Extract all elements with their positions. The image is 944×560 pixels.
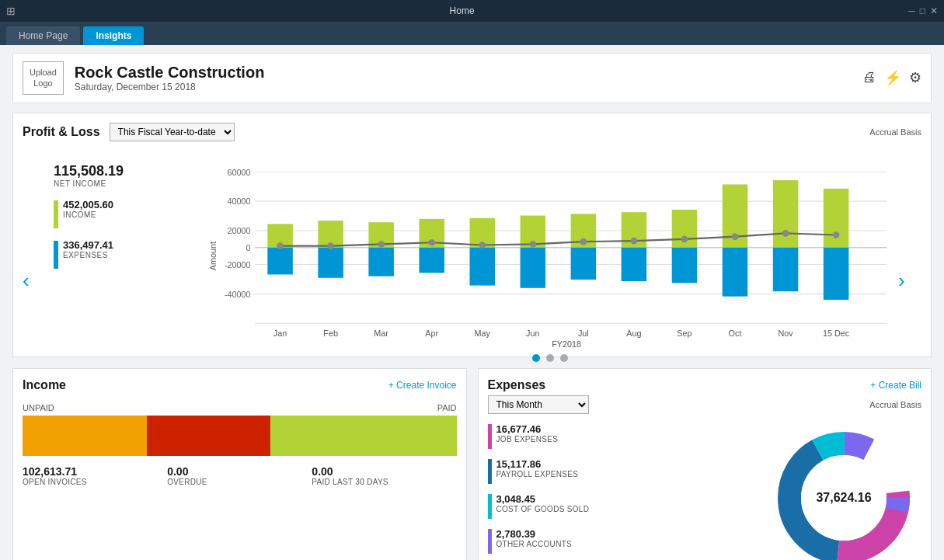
- job-expense-value: 16,677.46: [496, 423, 559, 435]
- svg-text:May: May: [475, 328, 491, 337]
- overdue-value: 0.00: [167, 465, 312, 478]
- pl-income-row: 452,005.60 INCOME: [54, 199, 193, 228]
- pl-nav-right-arrow[interactable]: ›: [898, 268, 905, 292]
- unpaid-header-label: UNPAID: [23, 403, 54, 412]
- svg-point-40: [378, 241, 385, 248]
- pl-income-value: 452,005.60: [63, 199, 113, 210]
- svg-point-44: [580, 238, 587, 245]
- expense-item-cogs: 3,048.45 COST OF GOODS SOLD: [488, 493, 756, 519]
- close-button[interactable]: ✕: [930, 5, 938, 16]
- svg-rect-29: [622, 247, 647, 280]
- svg-text:Feb: Feb: [323, 328, 338, 337]
- create-bill-link[interactable]: + Create Bill: [870, 380, 921, 391]
- svg-text:15 Dec: 15 Dec: [823, 328, 850, 337]
- open-invoices-label: OPEN INVOICES: [23, 478, 167, 486]
- chart-dot-2[interactable]: [546, 354, 554, 362]
- profit-loss-section: Profit & Loss This Fiscal Year-to-date T…: [12, 113, 932, 358]
- cogs-expense-label: COST OF GOODS SOLD: [496, 505, 590, 513]
- expense-color-bar: [54, 241, 58, 269]
- income-bars: [23, 416, 457, 456]
- expense-item-payroll: 15,117.86 PAYROLL EXPENSES: [488, 458, 756, 484]
- expenses-list: 16,677.46 JOB EXPENSES 15,117.86 PAYROLL…: [488, 420, 756, 560]
- paid-last-stat: 0.00 PAID LAST 30 DAYS: [312, 465, 456, 486]
- print-icon[interactable]: 🖨: [862, 69, 876, 86]
- tab-home-page[interactable]: Home Page: [6, 26, 80, 45]
- job-expense-label: JOB EXPENSES: [496, 435, 559, 443]
- svg-text:40000: 40000: [228, 197, 251, 206]
- company-header: UploadLogo Rock Castle Construction Satu…: [12, 53, 932, 103]
- paid-last-value: 0.00: [312, 465, 456, 478]
- svg-point-43: [529, 241, 536, 248]
- svg-text:Nov: Nov: [778, 328, 793, 337]
- header-icons: 🖨 ⚡ ⚙: [862, 69, 921, 86]
- other-expense-value: 2,780.39: [496, 528, 573, 540]
- minimize-button[interactable]: ─: [908, 5, 915, 16]
- svg-point-48: [782, 230, 789, 237]
- window-icon: ⊞: [6, 5, 16, 17]
- svg-text:Apr: Apr: [425, 328, 438, 337]
- svg-rect-15: [267, 247, 293, 274]
- paid-last-label: PAID LAST 30 DAYS: [312, 478, 456, 486]
- expenses-accrual-label: Accrual Basis: [869, 400, 921, 409]
- chart-dot-1[interactable]: [532, 354, 540, 362]
- income-header: Income + Create Invoice: [23, 378, 457, 392]
- svg-text:Jan: Jan: [273, 328, 287, 337]
- open-invoices-value: 102,613.71: [23, 465, 167, 478]
- svg-text:Mar: Mar: [374, 328, 388, 337]
- paid-header-label: PAID: [437, 403, 457, 412]
- svg-rect-37: [824, 247, 849, 299]
- svg-text:Sep: Sep: [677, 328, 691, 337]
- pl-net-income-label: NET INCOME: [54, 179, 193, 188]
- bar-overdue: [147, 416, 271, 456]
- svg-rect-35: [773, 247, 799, 290]
- svg-rect-33: [723, 247, 748, 296]
- company-name: Rock Castle Construction: [75, 64, 862, 82]
- settings-icon[interactable]: ⚙: [909, 69, 921, 86]
- company-info: Rock Castle Construction Saturday, Decem…: [75, 64, 862, 92]
- chart-dot-indicators: [204, 354, 895, 362]
- pl-income-label: INCOME: [63, 210, 113, 219]
- main-content: UploadLogo Rock Castle Construction Satu…: [0, 45, 944, 560]
- chart-dot-3[interactable]: [560, 354, 568, 362]
- expenses-filter[interactable]: This Month Last Month This Quarter This …: [488, 395, 589, 414]
- tab-bar: Home Page Insights: [0, 22, 944, 45]
- bar-unpaid: [23, 416, 147, 456]
- create-invoice-link[interactable]: + Create Invoice: [388, 380, 457, 391]
- pl-expense-row: 336,497.41 EXPENSES: [54, 239, 193, 269]
- svg-text:Aug: Aug: [626, 328, 641, 337]
- donut-center-value: 37,624.16: [816, 491, 871, 505]
- svg-point-47: [732, 233, 739, 240]
- cogs-expense-bar: [488, 494, 492, 519]
- svg-text:-40000: -40000: [225, 289, 251, 298]
- expenses-filter-row: This Month Last Month This Quarter This …: [488, 395, 922, 414]
- svg-rect-34: [773, 180, 799, 248]
- svg-point-41: [428, 239, 435, 246]
- pl-chart-area: 60000 40000 20000 0 -20000 -40000 Amount: [201, 148, 898, 348]
- zap-icon[interactable]: ⚡: [884, 69, 901, 86]
- profit-loss-filter[interactable]: This Fiscal Year-to-date This Month Last…: [110, 123, 235, 141]
- pl-expenses-value: 336,497.41: [63, 239, 113, 251]
- expenses-title: Expenses: [488, 378, 871, 392]
- upload-logo-button[interactable]: UploadLogo: [23, 61, 64, 95]
- pl-nav-left-arrow[interactable]: ‹: [23, 268, 30, 292]
- profit-loss-header: Profit & Loss This Fiscal Year-to-date T…: [23, 123, 921, 141]
- svg-rect-27: [571, 247, 597, 279]
- tab-insights[interactable]: Insights: [83, 26, 144, 45]
- donut-chart-container: 37,624.16: [766, 420, 921, 560]
- bottom-sections: Income + Create Invoice UNPAID PAID 102,…: [12, 368, 932, 560]
- svg-rect-19: [368, 247, 394, 276]
- income-color-bar: [54, 200, 58, 228]
- pl-net-income: 115,508.19 NET INCOME: [54, 163, 193, 188]
- svg-text:-20000: -20000: [225, 259, 251, 269]
- maximize-button[interactable]: □: [920, 5, 925, 16]
- svg-text:Oct: Oct: [729, 328, 742, 337]
- expenses-section: Expenses + Create Bill This Month Last M…: [478, 368, 932, 560]
- pl-expenses-label: EXPENSES: [63, 251, 113, 259]
- other-expense-bar: [488, 529, 492, 554]
- window-title: Home: [450, 5, 475, 16]
- svg-rect-36: [824, 188, 849, 247]
- svg-text:0: 0: [246, 243, 251, 252]
- svg-text:FY2018: FY2018: [552, 339, 581, 347]
- tab-insights-label: Insights: [96, 30, 131, 41]
- svg-rect-31: [672, 247, 698, 283]
